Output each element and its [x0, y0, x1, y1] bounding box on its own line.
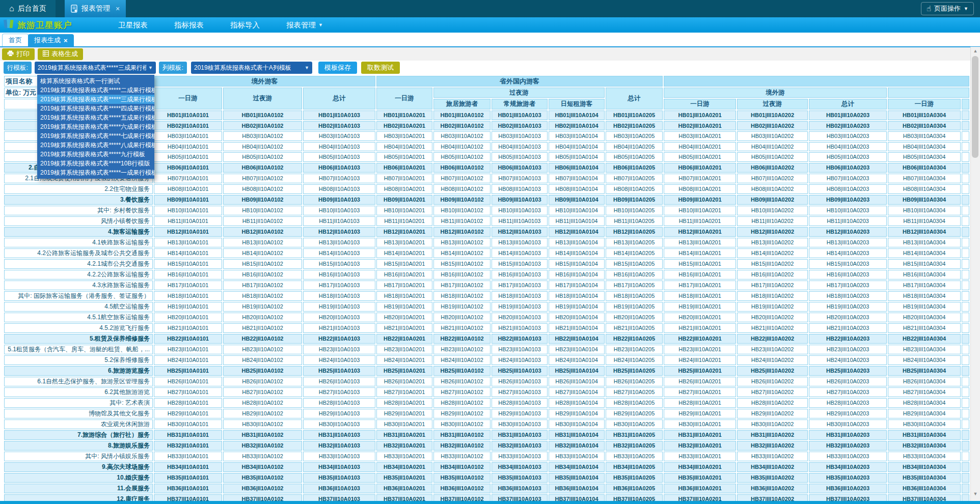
code-cell: HB02|II10A0205 — [606, 121, 663, 131]
code-cell: HB25|II10A0101 — [154, 366, 222, 376]
table-generate-button[interactable]: 表格生成 — [38, 48, 83, 60]
code-cell: HB04|II10A0201 — [376, 142, 432, 152]
code-cell: HB34|III10A0202 — [737, 462, 808, 472]
dropdown-option[interactable]: 2019核算系统报表格式表*****七成果行模板 — [37, 131, 154, 141]
code-cell: HB12|III10A0104 — [549, 227, 605, 237]
code-cell: HB13|II10A0205 — [606, 238, 663, 247]
code-cell: HB19|II10A0101 — [154, 302, 222, 312]
code-cell: HB07|III10A0203 — [809, 174, 887, 183]
subgroup-right-header — [888, 88, 969, 98]
scrollbar-thumb[interactable] — [972, 56, 978, 158]
tab-home[interactable]: 首页 — [2, 34, 29, 46]
dropdown-option[interactable]: 2019核算系统报表格式表*****六成果行模板 — [37, 122, 154, 131]
code-cell: HB16|III10A0102 — [433, 270, 491, 279]
code-cell: HB15|II10A0103 — [303, 259, 375, 269]
row-label-cell: 2.2住宅物业服务 — [4, 184, 153, 194]
code-cell: HB29|III10A0104 — [549, 409, 605, 418]
col-header-day-trip-extra: 一日游 — [888, 99, 961, 109]
row-label-cell: 其中: 乡村餐饮服务 — [4, 206, 153, 215]
code-cell: HB26|III10A0103 — [492, 377, 548, 386]
code-cell: HB07|II10A0103 — [303, 174, 375, 183]
code-cell: HB21|II10A0102 — [223, 323, 302, 333]
dropdown-option[interactable]: 2019核算系统报表格式表*****四成果行模板 — [37, 104, 154, 113]
code-cell: HB17|II10A0205 — [606, 281, 663, 290]
close-icon[interactable]: × — [116, 5, 120, 13]
template-toolbar: 行模板: 2019核算系统报表格式表*****三成果行模板 ▼ 列模板: 201… — [0, 61, 980, 75]
code-cell: HB24|III10A0304 — [888, 355, 961, 365]
page-operations-button[interactable]: ☝ 页面操作 ▼ — [921, 2, 974, 15]
code-cell: HB15|III10A0104 — [549, 259, 605, 269]
code-cell: HB10|II10A0101 — [154, 206, 222, 215]
row-template-select[interactable]: 2019核算系统报表格式表*****三成果行模板 ▼ — [35, 62, 156, 74]
code-cell: HB16|III10A0201 — [664, 270, 736, 279]
bottom-scroll-bar[interactable] — [0, 501, 980, 504]
row-label-cell: 7.旅游综合（旅行社）服务 — [4, 430, 153, 440]
code-cell: HB17|III10A0103 — [492, 281, 548, 290]
clipped-cell — [962, 398, 969, 408]
scroll-up-icon[interactable]: ▲ — [971, 47, 980, 55]
close-icon[interactable]: × — [64, 37, 68, 44]
code-cell: HB32|II10A0101 — [154, 441, 222, 451]
code-cell: HB36|III10A0103 — [492, 484, 548, 493]
dropdown-option[interactable]: 2019核算系统报表格式表*****五成果行模板 — [37, 113, 154, 122]
dropdown-option[interactable]: 2019核算系统报表格式表*****八成果行模板 — [37, 141, 154, 150]
row-label-cell: 11.会展服务 — [4, 484, 153, 493]
code-cell: HB02|III10A0304 — [888, 121, 961, 131]
code-cell: HB05|III10A0304 — [888, 152, 961, 162]
code-cell: HB30|III10A0104 — [549, 419, 605, 429]
code-cell: HB09|III10A0104 — [549, 195, 605, 205]
table-row: 6.2其他旅游游览HB27|II10A0101HB27|II10A0102HB2… — [4, 387, 969, 397]
menu-report-management[interactable]: 报表管理 ▼ — [273, 17, 336, 33]
col-header-day-trip: 一日游 — [376, 88, 432, 109]
dropdown-option[interactable]: 2019核算系统报表格式表*****二成果行模板 — [37, 86, 154, 95]
code-cell: HB10|III10A0304 — [888, 206, 961, 215]
report-management-top-tab[interactable]: 报表管理 × — [65, 0, 126, 17]
scroll-down-icon[interactable]: ▼ — [971, 490, 980, 498]
menu-satellite-reports[interactable]: 卫星报表 — [105, 17, 161, 33]
table-row: 4.5航空运输服务HB19|II10A0101HB19|II10A0102HB1… — [4, 302, 969, 312]
menu-indicator-import[interactable]: 指标导入 — [217, 17, 273, 33]
tab-report-generation[interactable]: 报表生成 × — [28, 34, 74, 46]
code-cell: HB27|III10A0201 — [664, 387, 736, 397]
backend-home-tab[interactable]: ⌂ 后台首页 — [0, 0, 56, 17]
code-cell: HB06|III10A0202 — [737, 163, 808, 173]
dropdown-option[interactable]: 2019核算系统报表格式表*****九行模板 — [37, 150, 154, 159]
code-cell: HB11|II10A0205 — [606, 216, 663, 226]
code-cell: HB08|III10A0304 — [888, 184, 961, 194]
template-save-button[interactable]: 模板保存 — [318, 62, 357, 74]
fetch-test-button[interactable]: 取数测试 — [361, 62, 400, 74]
report-management-label: 报表管理 — [81, 4, 110, 13]
code-cell: HB31|III10A0304 — [888, 430, 961, 440]
code-cell: HB31|III10A0103 — [492, 430, 548, 440]
code-cell: HB27|III10A0202 — [737, 387, 808, 397]
code-cell: HB03|III10A0102 — [433, 131, 491, 141]
clipped-cell — [962, 142, 969, 152]
code-cell: HB23|III10A0103 — [492, 345, 548, 354]
code-cell: HB16|III10A0203 — [809, 270, 887, 279]
dropdown-option[interactable]: 2019核算系统报表格式表*****一成果行模板 — [37, 168, 154, 177]
code-cell: HB09|II10A0101 — [154, 195, 222, 205]
table-icon — [43, 50, 49, 58]
dropdown-option[interactable]: 2019核算系统报表格式表*****10B行模版 — [37, 159, 154, 168]
code-cell: HB34|III10A0104 — [549, 462, 605, 472]
code-cell: HB03|II10A0101 — [154, 131, 222, 141]
code-cell: HB03|II10A0102 — [223, 131, 302, 141]
code-cell: HB17|III10A0104 — [549, 281, 605, 290]
code-cell: HB18|II10A0201 — [376, 291, 432, 301]
dropdown-option[interactable]: 2019核算系统报表格式表*****三成果行模板 — [37, 95, 154, 104]
vertical-scrollbar[interactable]: ▲ ▼ — [970, 47, 980, 501]
code-cell: HB21|II10A0205 — [606, 323, 663, 333]
printer-icon — [7, 50, 14, 58]
code-cell: HB20|III10A0102 — [433, 313, 491, 322]
code-cell: HB04|II10A0101 — [154, 142, 222, 152]
code-cell: HB30|II10A0103 — [303, 419, 375, 429]
menu-indicator-reports[interactable]: 指标报表 — [161, 17, 217, 33]
dropdown-option[interactable]: 核算系统报表格式表一行测试 — [37, 76, 154, 86]
row-label-cell: 其中: 艺术表演 — [4, 398, 153, 408]
col-header-short-rental-tourists: 日短租游客 — [549, 99, 605, 109]
table-row: 2.2住宅物业服务HB08|II10A0101HB08|II10A0102HB0… — [4, 184, 969, 194]
code-cell: HB14|II10A0205 — [606, 248, 663, 258]
row-label-cell: 6.2其他旅游游览 — [4, 387, 153, 397]
print-button[interactable]: 打印 — [2, 48, 35, 60]
col-template-select[interactable]: 2019核算系统报表格式表十A列模板 ▼ — [191, 62, 312, 74]
